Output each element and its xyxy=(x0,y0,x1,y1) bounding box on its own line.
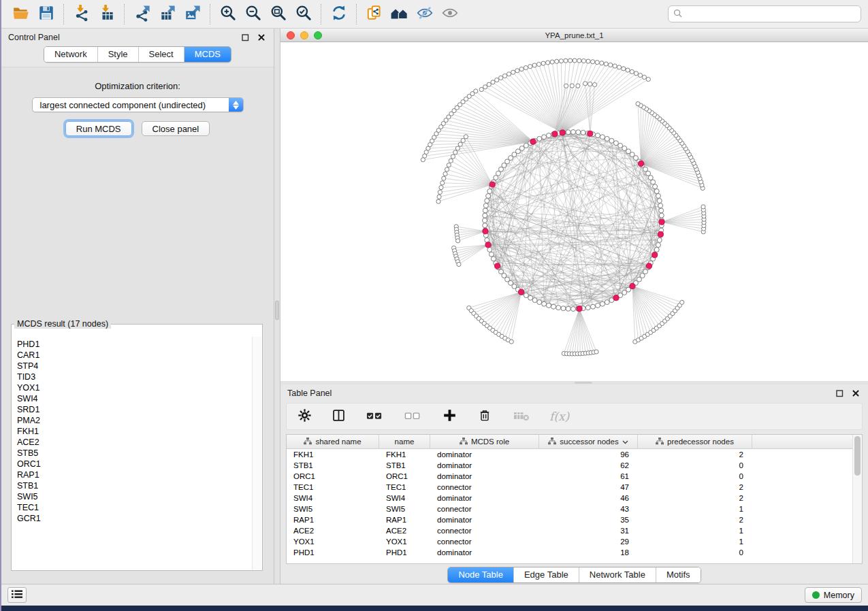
satellite-node[interactable] xyxy=(588,82,592,86)
search-input[interactable] xyxy=(686,9,856,20)
satellite-node[interactable] xyxy=(453,150,457,154)
satellite-node[interactable] xyxy=(502,73,507,78)
mcds-result-item[interactable]: ORC1 xyxy=(17,459,253,469)
graph-node[interactable] xyxy=(551,304,556,309)
graph-node[interactable] xyxy=(656,242,660,247)
graph-node[interactable] xyxy=(483,203,488,208)
zoom-selected-button[interactable] xyxy=(291,3,316,26)
close-mcds-panel-button[interactable]: Close panel xyxy=(142,121,210,136)
graph-node[interactable] xyxy=(571,307,576,312)
table-cell[interactable]: 18 xyxy=(539,548,638,557)
satellite-node[interactable] xyxy=(564,84,568,88)
table-cell[interactable]: YOX1 xyxy=(287,538,379,546)
mcds-hub-node[interactable] xyxy=(588,131,593,136)
satellite-node[interactable] xyxy=(581,59,585,63)
vertical-splitter[interactable] xyxy=(274,29,280,584)
table-cell[interactable]: 62 xyxy=(539,461,638,469)
graph-node[interactable] xyxy=(605,300,609,305)
table-row[interactable]: FKH1FKH1dominator962 xyxy=(287,449,862,460)
deselect-all-button[interactable] xyxy=(402,405,423,428)
satellite-node[interactable] xyxy=(461,138,465,142)
table-row[interactable]: ACE2ACE2connector311 xyxy=(287,525,862,536)
mcds-hub-node[interactable] xyxy=(494,263,500,269)
table-row[interactable]: YOX1YOX1connector291 xyxy=(287,536,862,547)
table-cell[interactable]: 46 xyxy=(539,494,638,502)
graph-node[interactable] xyxy=(483,223,487,228)
table-cell[interactable]: 1 xyxy=(638,538,752,546)
satellite-node[interactable] xyxy=(532,63,536,67)
table-cell[interactable]: ACE2 xyxy=(379,527,430,535)
table-cell[interactable]: STB1 xyxy=(379,461,430,469)
satellite-node[interactable] xyxy=(583,82,588,86)
satellite-node[interactable] xyxy=(509,340,513,344)
graph-node[interactable] xyxy=(618,143,623,148)
graph-node[interactable] xyxy=(566,306,570,311)
graph-node[interactable] xyxy=(537,300,542,305)
satellite-node[interactable] xyxy=(636,101,640,105)
graph-node[interactable] xyxy=(654,189,659,194)
graph-node[interactable] xyxy=(581,130,585,135)
zoom-fit-button[interactable] xyxy=(266,3,291,26)
table-cell[interactable]: SWI4 xyxy=(379,494,430,502)
satellite-node[interactable] xyxy=(440,181,445,185)
graph-node[interactable] xyxy=(491,257,496,261)
table-tab-motifs[interactable]: Motifs xyxy=(656,567,701,582)
refresh-button[interactable] xyxy=(326,3,351,26)
table-cell[interactable]: 61 xyxy=(539,472,638,480)
table-cell[interactable]: connector xyxy=(430,527,539,535)
mcds-result-item[interactable]: PHD1 xyxy=(17,339,253,350)
float-table-panel-button[interactable] xyxy=(834,388,845,399)
graph-node[interactable] xyxy=(556,306,561,310)
split-columns-button[interactable] xyxy=(330,405,347,428)
table-cell[interactable]: dominator xyxy=(430,494,539,502)
satellite-node[interactable] xyxy=(622,67,626,71)
table-cell[interactable]: 2 xyxy=(638,494,752,502)
graph-node[interactable] xyxy=(489,252,494,257)
delete-table-button[interactable] xyxy=(511,405,532,428)
graph-node[interactable] xyxy=(651,180,656,184)
satellite-node[interactable] xyxy=(600,61,604,65)
graph-node[interactable] xyxy=(595,133,600,138)
graph-node[interactable] xyxy=(656,194,660,199)
satellite-node[interactable] xyxy=(592,82,596,86)
satellite-node[interactable] xyxy=(550,60,554,64)
mcds-result-item[interactable]: STB1 xyxy=(17,480,253,491)
graph-node[interactable] xyxy=(590,304,595,309)
table-cell[interactable]: 96 xyxy=(539,450,638,459)
satellite-node[interactable] xyxy=(421,158,425,162)
table-row[interactable]: ORC1ORC1dominator610 xyxy=(287,471,862,482)
table-cell[interactable]: YOX1 xyxy=(379,538,430,546)
satellite-node[interactable] xyxy=(519,67,524,71)
table-cell[interactable]: PHD1 xyxy=(287,548,379,557)
result-scrollbar[interactable] xyxy=(252,337,261,569)
table-row[interactable]: STB1STB1dominator620 xyxy=(287,460,862,471)
satellite-node[interactable] xyxy=(541,61,545,65)
network-canvas[interactable] xyxy=(280,42,868,381)
satellite-node[interactable] xyxy=(546,61,550,65)
graph-node[interactable] xyxy=(542,135,547,139)
graph-node[interactable] xyxy=(487,247,492,252)
mcds-result-item[interactable]: PMA2 xyxy=(17,415,253,426)
satellite-node[interactable] xyxy=(638,73,642,78)
table-settings-button[interactable] xyxy=(296,405,312,428)
close-panel-button[interactable] xyxy=(256,32,267,43)
graph-node[interactable] xyxy=(605,136,609,141)
graph-node[interactable] xyxy=(654,247,659,252)
delete-column-button[interactable] xyxy=(476,405,494,428)
table-cell[interactable]: dominator xyxy=(430,548,539,557)
mcds-result-item[interactable]: RAP1 xyxy=(17,469,253,480)
mcds-result-item[interactable]: STP4 xyxy=(17,361,253,371)
zoom-out-button[interactable] xyxy=(240,3,266,26)
float-panel-button[interactable] xyxy=(240,32,251,43)
satellite-node[interactable] xyxy=(609,63,613,67)
table-cell[interactable]: dominator xyxy=(430,516,539,524)
graph-node[interactable] xyxy=(547,133,551,138)
hide-selected-button[interactable] xyxy=(412,3,437,26)
mcds-hub-node[interactable] xyxy=(630,284,635,289)
show-all-button[interactable] xyxy=(437,3,462,26)
table-cell[interactable]: PHD1 xyxy=(379,548,430,557)
mcds-hub-node[interactable] xyxy=(485,242,491,248)
graph-node[interactable] xyxy=(547,303,551,308)
graph-node[interactable] xyxy=(483,213,487,218)
column-header-predecessor-nodes[interactable]: predecessor nodes xyxy=(638,435,752,448)
